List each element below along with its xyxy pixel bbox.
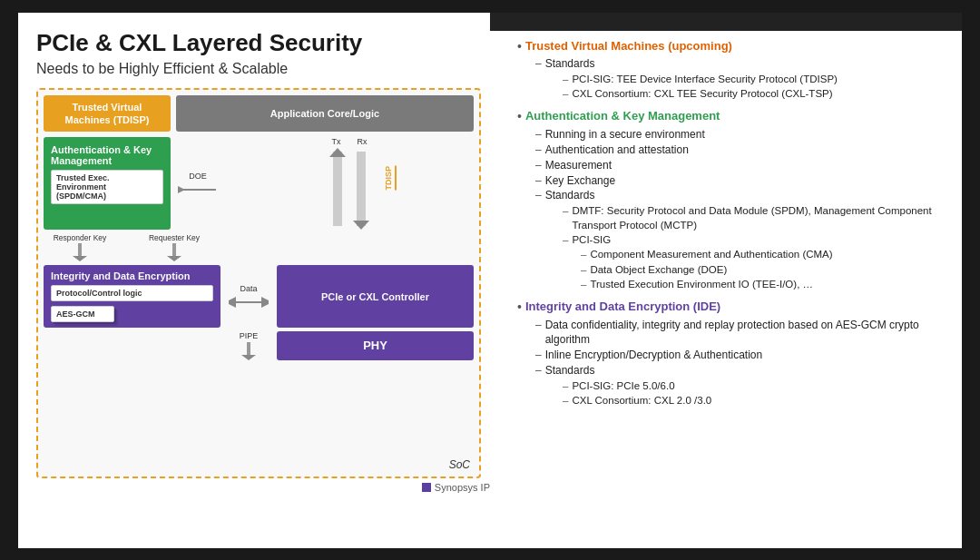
key-labels-right: Requester Key [138,233,211,261]
phy-row: PIPE PHY [44,331,474,360]
pipe-label: PIPE [240,331,259,340]
svg-rect-1 [333,152,342,226]
auth-item3-text: Measurement [545,158,612,173]
soc-text: SoC [449,458,470,471]
responder-arrow [73,243,87,261]
top-bar [490,13,962,31]
aes-label: AES-GCM [56,309,95,319]
auth-item1-text: Running in a secure environment [545,127,705,142]
svg-marker-4 [353,221,369,230]
tvm-pci-sig-item: – PCI-SIG: TEE Device Interface Security… [563,72,949,86]
svg-rect-10 [247,342,250,355]
app-core-box: Application Core/Logic [176,95,474,133]
tdisp-side-label: TDISP [384,166,397,191]
auth-doe-text: Data Object Exchange (DOE) [590,262,727,277]
data-label: Data [240,284,257,293]
slide-title: PCIe & CXL Layered Security [36,29,490,57]
auth-item4-text: Key Exchange [545,173,615,189]
soc-label: SoC [449,458,470,471]
auth-item1: – Running in a secure environment [535,127,949,142]
section-tvm: • Trusted Virtual Machines (upcoming) – … [517,38,949,102]
tvm-cxl-text: CXL Consortium: CXL TEE Security Protoco… [572,86,832,101]
aes-box: AES-GCM [51,306,114,322]
auth-pcisig-item: – PCI-SIG [563,232,949,247]
auth-tee-text: Trusted Execution Environment IO (TEE-I/… [590,277,813,291]
tx-label: Tx [332,137,341,146]
synopsys-text: Synopsys IP [435,482,490,493]
svg-marker-6 [73,256,87,261]
rx-label: Rx [358,137,368,146]
auth-dmtf-item: – DMTF: Security Protocol and Data Modul… [563,203,949,232]
section-auth: • Authentication & Key Management – Runn… [517,108,949,290]
ide-sub-sub-list: – PCI-SIG: PCIe 5.0/6.0 – CXL Consortium… [563,378,949,408]
right-panel: • Trusted Virtual Machines (upcoming) – … [508,31,962,548]
tvm-sub-list: – Standards – PCI-SIG: TEE Device Interf… [535,56,949,101]
tvm-standards-item: – Standards [535,56,949,72]
ide-item1: – Data confidentiality, integrity and re… [535,318,949,349]
svg-rect-3 [357,152,366,226]
key-labels-row: Responder Key Requester Key [44,233,474,261]
slide-subtitle: Needs to be Highly Efficient & Scalable [36,61,490,77]
tvm-bullet-dot: • [517,38,522,54]
ide-cxl-item: – CXL Consortium: CXL 2.0 /3.0 [563,393,949,408]
ide-box: Integrity and Data Encryption Protocol/C… [44,265,220,328]
pipe-area [44,331,220,360]
doe-arrow [178,183,218,196]
auth-standards-label: Standards [545,188,595,203]
ide-pci-item: – PCI-SIG: PCIe 5.0/6.0 [563,378,949,393]
left-panel: PCIe & CXL Layered Security Needs to be … [18,13,508,548]
auth-pcisig-text: PCI-SIG [572,232,611,247]
auth-bullet-dot: • [517,108,522,124]
pipe-arrow [241,342,256,360]
protocol-box: Protocol/Control logic [51,285,213,301]
phy-box: PHY [277,331,474,360]
diagram: Trusted Virtual Machines (TDISP) Applica… [36,88,481,478]
pcie-ctrl-label: PCIe or CXL Controller [321,291,429,302]
pcie-ctrl-box: PCIe or CXL Controller [277,265,474,328]
auth-key-title: Authentication & Key Management [51,144,163,166]
diag-top-row: Trusted Virtual Machines (TDISP) Applica… [44,95,474,133]
ide-bullet-dot: • [517,299,522,315]
doe-label: DOE [189,172,207,181]
ide-pci-text: PCI-SIG: PCIe 5.0/6.0 [572,378,674,393]
ide-title: Integrity and Data Encryption (IDE) [525,299,720,316]
svg-marker-8 [167,256,181,261]
synopsys-label: Synopsys IP [36,482,490,493]
auth-title: Authentication & Key Management [525,108,720,125]
tvm-cxl-item: – CXL Consortium: CXL TEE Security Proto… [563,86,949,101]
ide-bullet-main: • Integrity and Data Encryption (IDE) [517,299,949,316]
auth-item2: – Authentication and attestation [535,142,949,158]
tx-rx-arrows: TDISP [329,148,369,230]
auth-item2-text: Authentication and attestation [545,142,689,158]
app-core-label: Application Core/Logic [270,108,379,119]
auth-doe-item: – Data Object Exchange (DOE) [581,262,949,277]
auth-key-box: Authentication & Key Management Trusted … [44,137,171,230]
pipe-connector: PIPE [226,331,271,360]
auth-standards-item: – Standards [535,188,949,203]
ide-standards-label: Standards [545,363,595,378]
auth-item3: – Measurement [535,158,949,173]
tvm-standards-label: Standards [545,56,595,72]
key-labels-left: Responder Key [44,233,116,261]
requester-key-label: Requester Key [138,233,211,242]
slide: PCIe & CXL Layered Security Needs to be … [18,13,962,548]
auth-sub-list: – Running in a secure environment – Auth… [535,127,949,291]
svg-marker-11 [241,355,256,360]
tvm-pci-sig-text: PCI-SIG: TEE Device Interface Security P… [572,72,838,86]
section-ide: • Integrity and Data Encryption (IDE) – … [517,299,949,408]
data-bidirectional-arrow [229,296,269,309]
tx-rx-labels: Tx Rx [332,137,368,146]
tvm-sub-sub-list: – PCI-SIG: TEE Device Interface Security… [563,72,949,101]
auth-cma-item: – Component Measurement and Authenticati… [581,247,949,261]
ide-cxl-text: CXL Consortium: CXL 2.0 /3.0 [572,393,711,408]
ide-sub-list: – Data confidentiality, integrity and re… [535,318,949,408]
tdisp-label: Trusted Virtual Machines (TDISP) [65,102,150,125]
auth-item4: – Key Exchange [535,173,949,189]
auth-cma-text: Component Measurement and Authentication… [590,247,832,261]
requester-arrow [167,243,181,261]
svg-rect-7 [172,243,176,256]
phy-label: PHY [363,339,387,352]
aes-stack: AES-GCM [51,304,213,322]
auth-dmtf-text: DMTF: Security Protocol and Data Module … [572,203,949,232]
synopsys-icon [422,483,431,492]
